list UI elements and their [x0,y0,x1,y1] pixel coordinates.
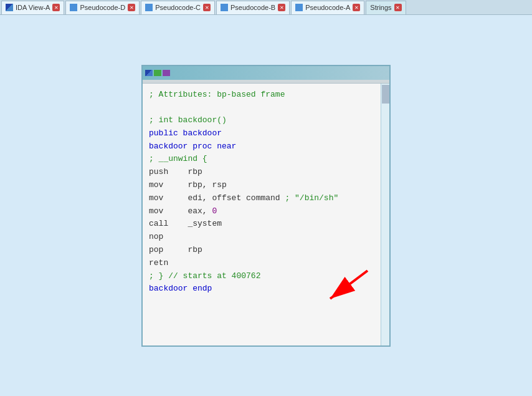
tab-icon-pc [145,4,153,11]
code-line: mov eax, 0 [149,205,374,218]
tab-label-pseudocode-c: Pseudocode-C [155,4,201,11]
tab-close-strings[interactable]: ✕ [394,4,402,11]
titlebar-icon-3 [163,70,170,76]
tab-close-pc[interactable]: ✕ [203,4,211,11]
scrollbar-thumb[interactable] [382,85,389,104]
code-line: ; __unwind { [149,153,374,166]
tab-pseudocode-a[interactable]: Pseudocode-A ✕ [291,1,364,14]
tab-label-ida-view-a: IDA View-A [16,4,50,11]
tab-icon-ida [6,4,13,11]
titlebar-icon-2 [154,70,161,76]
tab-close-ida-view-a[interactable]: ✕ [52,4,60,11]
tab-label-pseudocode-a: Pseudocode-A [305,4,350,11]
titlebar-icon-1 [145,70,153,76]
titlebar-icons [145,70,170,76]
code-line [149,101,374,114]
tab-close-pb[interactable]: ✕ [278,4,285,11]
code-line: push rbp [149,166,374,179]
code-line: public backdoor [149,127,374,140]
code-line: call _system [149,218,374,231]
tab-label-pseudocode-b: Pseudocode-B [230,4,275,11]
code-window-titlebar [143,66,389,80]
main-area: ; Attributes: bp-based frame ; int backd… [0,15,532,396]
code-line: mov rbp, rsp [149,179,374,192]
tab-label-pseudocode-d: Pseudocode-D [80,4,125,11]
tab-strings[interactable]: Strings ✕ [366,1,406,14]
tab-icon-pb [221,4,228,11]
tab-icon-pa [295,4,303,11]
code-line: backdoor proc near [149,140,374,153]
arrow-container [321,268,371,308]
tab-close-pa[interactable]: ✕ [353,4,360,11]
code-line: pop rbp [149,244,374,257]
code-line: ; Attributes: bp-based frame [149,89,374,102]
tab-ida-view-a[interactable]: IDA View-A ✕ [1,1,64,14]
tab-pseudocode-d[interactable]: Pseudocode-D ✕ [65,1,140,14]
tab-pseudocode-c[interactable]: Pseudocode-C ✕ [141,1,215,14]
tab-close-pd[interactable]: ✕ [128,4,135,11]
tab-bar: IDA View-A ✕ Pseudocode-D ✕ Pseudocode-C… [0,0,532,15]
tab-label-strings: Strings [370,4,391,11]
code-line: nop [149,231,374,244]
red-arrow-icon [321,268,371,305]
code-window: ; Attributes: bp-based frame ; int backd… [141,65,391,347]
scrollbar[interactable] [381,84,389,345]
code-line: mov edi, offset command ; "/bin/sh" [149,192,374,205]
svg-line-1 [330,271,368,299]
tab-icon-pd [70,4,77,11]
code-line: ; int backdoor() [149,114,374,127]
tab-pseudocode-b[interactable]: Pseudocode-B ✕ [216,1,290,14]
